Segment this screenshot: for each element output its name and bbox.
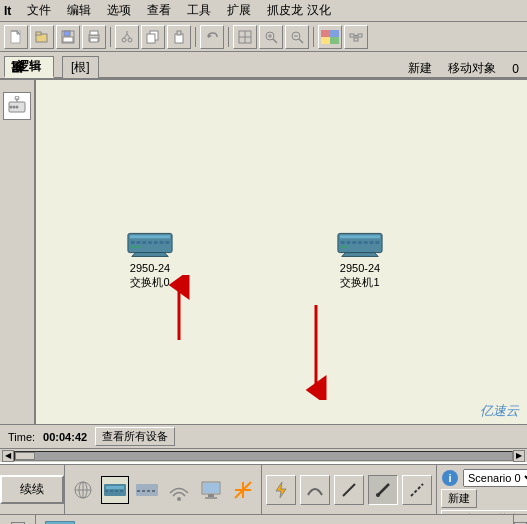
svg-rect-91 — [152, 490, 155, 492]
toolbar-new[interactable] — [4, 25, 28, 49]
svg-line-13 — [124, 34, 127, 38]
svg-rect-33 — [321, 37, 330, 44]
svg-rect-88 — [137, 490, 140, 492]
svg-line-101 — [343, 484, 355, 496]
svg-rect-51 — [142, 241, 146, 244]
sidebar: 逻辑 — [0, 80, 36, 424]
svg-rect-89 — [142, 490, 145, 492]
svg-point-56 — [131, 246, 133, 248]
toolbar-save[interactable] — [56, 25, 80, 49]
toolbar-zoom-fit[interactable] — [233, 25, 257, 49]
menu-options[interactable]: 选项 — [103, 1, 135, 20]
svg-rect-10 — [90, 38, 98, 42]
device-switch1[interactable]: 2950-24 交换机1 — [336, 225, 384, 290]
new-scenario-btn[interactable]: 新建 — [441, 489, 477, 508]
svg-rect-83 — [105, 490, 108, 492]
svg-point-92 — [177, 497, 181, 501]
tool-line-active[interactable] — [368, 475, 398, 505]
device-type-panel — [65, 465, 262, 514]
new-label[interactable]: 新建 — [408, 60, 432, 77]
svg-point-71 — [345, 246, 347, 248]
scroll-track[interactable] — [14, 451, 513, 461]
device-type-pc[interactable] — [197, 476, 225, 504]
move-label[interactable]: 移动对象 — [448, 60, 496, 77]
status-bar: Time: 00:04:42 查看所有设备 — [0, 424, 527, 448]
svg-rect-65 — [352, 241, 356, 244]
toolbar-print[interactable] — [82, 25, 106, 49]
scenario-select[interactable]: Scenario 0 — [463, 469, 527, 487]
scroll-left[interactable]: ◀ — [2, 450, 14, 462]
menu-file[interactable]: 文件 — [23, 1, 55, 20]
svg-point-43 — [16, 106, 19, 109]
menu-tools[interactable]: 工具 — [183, 1, 215, 20]
toolbar-network[interactable] — [344, 25, 368, 49]
svg-marker-72 — [342, 253, 378, 257]
toolbar-paste[interactable] — [167, 25, 191, 49]
menu-view[interactable]: 查看 — [143, 1, 175, 20]
device-type-router[interactable] — [69, 476, 97, 504]
bottom-top: 续续 — [0, 464, 527, 514]
menu-edit[interactable]: 编辑 — [63, 1, 95, 20]
toolbar-palette[interactable] — [318, 25, 342, 49]
svg-point-103 — [376, 493, 380, 497]
svg-rect-17 — [147, 34, 155, 43]
device-list-left: ◀ — [0, 515, 36, 524]
svg-rect-4 — [36, 32, 41, 35]
toolbar-zoom-out[interactable] — [285, 25, 309, 49]
tool-line-solid[interactable] — [334, 475, 364, 505]
device-list-items — [36, 515, 513, 524]
switch1-icon — [336, 225, 384, 261]
tool-curve[interactable] — [300, 475, 330, 505]
svg-rect-67 — [364, 241, 368, 244]
svg-rect-32 — [330, 30, 339, 37]
toolbar-copy[interactable] — [141, 25, 165, 49]
device-type-wireless[interactable] — [165, 476, 193, 504]
svg-rect-37 — [354, 38, 358, 41]
svg-point-57 — [135, 246, 137, 248]
tab-actions: 新建 移动对象 0 — [400, 60, 527, 78]
tool-line-dashed[interactable] — [402, 475, 432, 505]
switch1-name: 交换机1 — [340, 275, 379, 289]
svg-rect-34 — [330, 37, 339, 44]
svg-rect-31 — [321, 30, 330, 37]
tool-lightning[interactable] — [266, 475, 296, 505]
sidebar-icon[interactable] — [3, 92, 31, 120]
menu-extend[interactable]: 扩展 — [223, 1, 255, 20]
toolbar-sep2 — [195, 27, 196, 47]
tab-bar: 逻辑 [根] 新建 移动对象 0 — [0, 52, 527, 80]
scroll-right[interactable]: ▶ — [513, 450, 525, 462]
device-type-switch[interactable] — [101, 476, 129, 504]
time-value: 00:04:42 — [43, 431, 87, 443]
toolbar-undo[interactable] — [200, 25, 224, 49]
svg-point-12 — [128, 38, 132, 42]
svg-line-14 — [127, 34, 130, 38]
svg-rect-19 — [177, 31, 181, 35]
toolbar-cut[interactable] — [115, 25, 139, 49]
breadcrumb: [根] — [62, 56, 99, 78]
canvas[interactable]: 2950-24 交换机0 — [36, 80, 527, 424]
svg-rect-69 — [375, 241, 379, 244]
toolbar-open[interactable] — [30, 25, 54, 49]
svg-rect-7 — [63, 37, 73, 42]
arrow-up — [164, 275, 194, 348]
scroll-thumb[interactable] — [15, 452, 35, 460]
device-type-hub[interactable] — [133, 476, 161, 504]
menu-skin[interactable]: 抓皮龙 汉化 — [263, 1, 334, 20]
svg-marker-100 — [276, 482, 286, 498]
svg-rect-35 — [350, 34, 354, 37]
device-type-connections[interactable] — [229, 476, 257, 504]
tab-logic[interactable]: 逻辑 — [4, 56, 54, 78]
tab-num: 0 — [512, 62, 519, 76]
list-switch-item[interactable] — [44, 519, 76, 525]
device-btn[interactable]: 查看所有设备 — [95, 427, 175, 446]
toolbar-zoom-in[interactable] — [259, 25, 283, 49]
toolbar-sep1 — [110, 27, 111, 47]
svg-rect-84 — [110, 490, 113, 492]
bottom-left: 续续 — [0, 465, 65, 514]
toolbar — [0, 22, 527, 52]
scenario-row: i Scenario 0 Fire — [441, 469, 527, 487]
bottom-tools — [262, 465, 436, 514]
svg-point-70 — [341, 246, 343, 248]
scenario-actions: 新建 — [441, 489, 527, 508]
continue-button[interactable]: 续续 — [0, 475, 64, 504]
